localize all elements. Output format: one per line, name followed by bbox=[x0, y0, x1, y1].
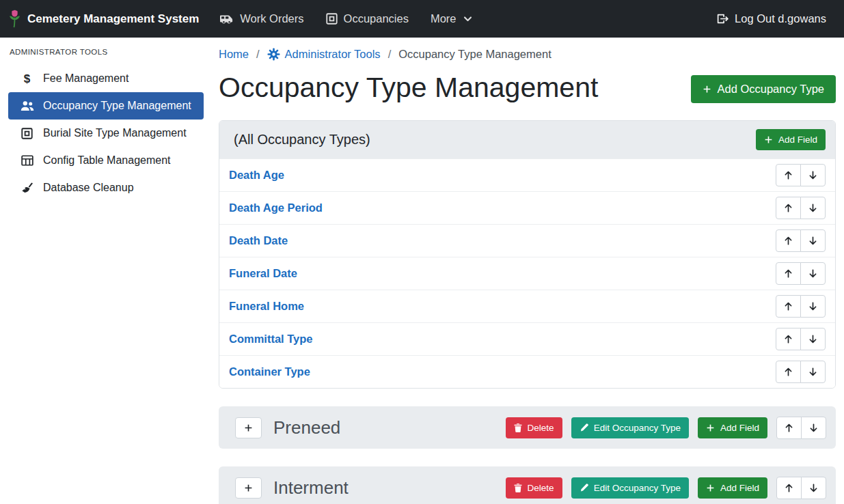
edit-occupancy-type-button[interactable]: Edit Occupancy Type bbox=[571, 477, 689, 499]
nav-item-label: More bbox=[431, 12, 457, 25]
flower-logo-icon bbox=[8, 10, 21, 28]
move-down-button[interactable] bbox=[800, 164, 826, 186]
field-row: Container Type bbox=[219, 355, 835, 388]
move-up-button[interactable] bbox=[776, 262, 801, 285]
move-down-button[interactable] bbox=[801, 417, 826, 439]
field-row: Funeral Home bbox=[219, 290, 835, 322]
reorder-group bbox=[776, 295, 826, 318]
move-down-button[interactable] bbox=[801, 477, 826, 499]
section-title: Interment bbox=[273, 477, 349, 499]
nav-item-more[interactable]: More bbox=[431, 12, 472, 25]
app-brand[interactable]: Cemetery Management System bbox=[8, 10, 199, 28]
app-title: Cemetery Management System bbox=[27, 12, 199, 26]
trash-icon bbox=[514, 423, 522, 432]
plus-icon bbox=[706, 484, 715, 492]
all-occupancy-types-card: (All Occupancy Types) Add Field Death Ag… bbox=[219, 120, 836, 389]
field-link[interactable]: Death Age bbox=[229, 169, 284, 182]
arrow-down-icon bbox=[808, 236, 818, 246]
config-table-icon bbox=[20, 155, 34, 166]
add-field-button[interactable]: Add Field bbox=[756, 129, 826, 150]
add-field-button[interactable]: Add Field bbox=[698, 477, 767, 499]
reorder-group bbox=[776, 164, 826, 186]
work-orders-icon bbox=[219, 13, 234, 25]
move-down-button[interactable] bbox=[800, 328, 826, 350]
field-link[interactable]: Death Age Period bbox=[229, 201, 323, 214]
occupancy-type-sections: Preneed Delete Edit Occupancy Type Add F… bbox=[219, 406, 836, 504]
main-content: Home / Administrator Tools / Occupancy T… bbox=[210, 38, 844, 504]
arrow-down-icon bbox=[808, 203, 818, 213]
field-row: Committal Type bbox=[219, 322, 835, 355]
breadcrumb: Home / Administrator Tools / Occupancy T… bbox=[219, 48, 836, 61]
breadcrumb-current: Occupancy Type Management bbox=[398, 48, 552, 61]
move-up-button[interactable] bbox=[776, 477, 802, 499]
sidebar: ADMINISTRATOR TOOLS $ Fee Management Occ… bbox=[0, 38, 210, 504]
arrow-up-icon bbox=[783, 268, 793, 279]
nav-item-occupancies[interactable]: Occupancies bbox=[326, 12, 409, 25]
add-field-button[interactable]: Add Field bbox=[698, 417, 767, 438]
arrow-down-icon bbox=[808, 334, 818, 344]
navbar-menu: Work Orders Occupancies More bbox=[219, 12, 472, 25]
nav-item-label: Work Orders bbox=[240, 12, 303, 25]
breadcrumb-separator: / bbox=[256, 48, 260, 61]
reorder-group bbox=[776, 328, 826, 350]
move-down-button[interactable] bbox=[800, 197, 826, 219]
move-down-button[interactable] bbox=[800, 295, 826, 318]
reorder-group bbox=[776, 197, 826, 219]
edit-label: Edit Occupancy Type bbox=[594, 483, 681, 493]
move-up-button[interactable] bbox=[776, 361, 801, 383]
expand-button[interactable] bbox=[235, 417, 262, 438]
sidebar-item-label: Occupancy Type Management bbox=[43, 100, 191, 112]
sidebar-item-config-table-management[interactable]: Config Table Management bbox=[8, 147, 204, 174]
section-actions: Delete Edit Occupancy Type Add Field bbox=[506, 477, 826, 499]
reorder-group bbox=[776, 417, 826, 439]
breadcrumb-home-link[interactable]: Home bbox=[219, 48, 249, 61]
field-link[interactable]: Container Type bbox=[229, 365, 310, 378]
reorder-group bbox=[776, 361, 826, 383]
arrow-up-icon bbox=[783, 367, 793, 377]
move-up-button[interactable] bbox=[776, 295, 801, 318]
move-up-button[interactable] bbox=[776, 328, 801, 350]
move-up-button[interactable] bbox=[776, 197, 801, 219]
move-up-button[interactable] bbox=[776, 229, 801, 252]
logout-button[interactable]: Log Out d.gowans bbox=[716, 12, 826, 25]
field-link[interactable]: Funeral Date bbox=[229, 267, 297, 280]
sidebar-item-database-cleanup[interactable]: Database Cleanup bbox=[8, 174, 204, 201]
sidebar-item-burial-site-type-management[interactable]: Burial Site Type Management bbox=[8, 120, 204, 147]
arrow-down-icon bbox=[808, 423, 819, 433]
edit-label: Edit Occupancy Type bbox=[594, 423, 681, 433]
breadcrumb-admin-tools-label: Administrator Tools bbox=[285, 48, 381, 61]
move-down-button[interactable] bbox=[800, 229, 826, 252]
delete-button[interactable]: Delete bbox=[506, 417, 562, 438]
add-field-label: Add Field bbox=[720, 483, 759, 493]
arrow-up-icon bbox=[784, 483, 794, 493]
sidebar-item-occupancy-type-management[interactable]: Occupancy Type Management bbox=[8, 92, 204, 120]
edit-occupancy-type-button[interactable]: Edit Occupancy Type bbox=[571, 417, 689, 438]
delete-button[interactable]: Delete bbox=[506, 477, 562, 499]
plus-icon bbox=[244, 484, 253, 492]
breadcrumb-admin-tools-link[interactable]: Administrator Tools bbox=[267, 48, 381, 61]
top-navbar: Cemetery Management System Work Orders O… bbox=[0, 0, 844, 38]
sidebar-item-fee-management[interactable]: $ Fee Management bbox=[8, 65, 204, 92]
arrow-up-icon bbox=[783, 203, 793, 213]
pencil-icon bbox=[580, 423, 588, 432]
add-occupancy-type-button[interactable]: Add Occupancy Type bbox=[691, 75, 836, 103]
sidebar-item-label: Config Table Management bbox=[43, 154, 171, 167]
field-row: Death Date bbox=[219, 224, 835, 257]
field-link[interactable]: Committal Type bbox=[229, 333, 313, 346]
field-row: Death Age Period bbox=[219, 191, 835, 224]
arrow-down-icon bbox=[808, 367, 818, 377]
delete-label: Delete bbox=[528, 423, 554, 433]
section-preneed: Preneed Delete Edit Occupancy Type Add F… bbox=[219, 406, 836, 449]
section-interment: Interment Delete Edit Occupancy Type Add… bbox=[219, 466, 836, 504]
field-row: Funeral Date bbox=[219, 257, 835, 290]
nav-item-work-orders[interactable]: Work Orders bbox=[219, 12, 303, 25]
move-up-button[interactable] bbox=[776, 164, 801, 186]
delete-label: Delete bbox=[528, 483, 554, 493]
move-up-button[interactable] bbox=[776, 417, 802, 439]
field-link[interactable]: Death Date bbox=[229, 234, 288, 247]
field-link[interactable]: Funeral Home bbox=[229, 300, 304, 313]
expand-button[interactable] bbox=[235, 477, 262, 499]
move-down-button[interactable] bbox=[800, 361, 826, 383]
move-down-button[interactable] bbox=[800, 262, 826, 285]
title-row: Occupancy Type Management Add Occupancy … bbox=[219, 69, 836, 119]
